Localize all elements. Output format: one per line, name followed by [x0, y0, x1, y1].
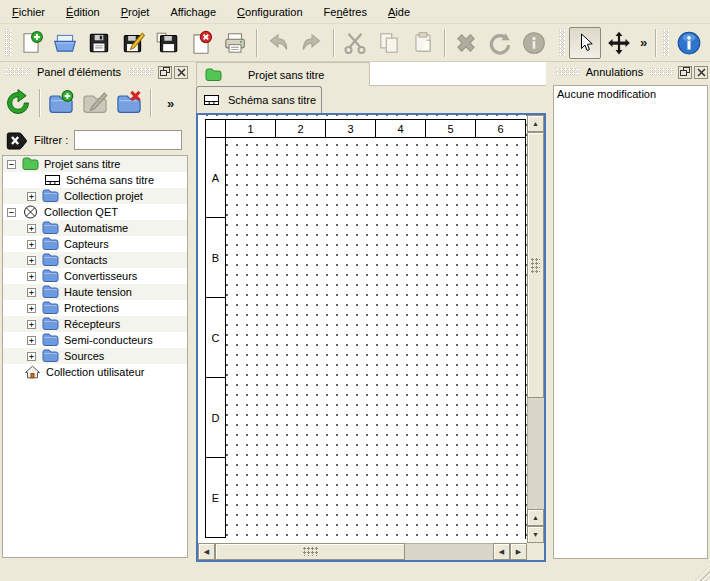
open-document-button[interactable]	[49, 27, 81, 59]
tab-schema-sans-titre[interactable]: Schéma sans titre	[196, 86, 322, 113]
collapse-expander-icon[interactable]: −	[7, 160, 16, 169]
expand-expander-icon[interactable]: +	[27, 288, 36, 297]
horizontal-scrollbar[interactable]: ◀ ◀ ▶	[198, 543, 527, 560]
tree-item-collection-utilisateur[interactable]: Collection utilisateur	[3, 364, 187, 380]
more-tools-chevron[interactable]: »	[636, 35, 651, 50]
scroll-up-button-bottom[interactable]: ▲	[527, 509, 544, 526]
print-button[interactable]	[219, 27, 251, 59]
expand-expander-icon[interactable]: +	[27, 224, 36, 233]
undo-button[interactable]	[262, 27, 294, 59]
expand-expander-icon[interactable]: +	[27, 256, 36, 265]
toolbar-drag-handle[interactable]	[663, 29, 669, 57]
save-button[interactable]	[83, 27, 115, 59]
tree-item-contacts[interactable]: + Contacts	[3, 252, 187, 268]
column-header-row: 1 2 3 4 5 6	[205, 119, 526, 138]
copy-button[interactable]	[373, 27, 405, 59]
more-collection-buttons-chevron[interactable]: »	[163, 96, 178, 111]
undo-icon	[265, 30, 291, 56]
undo-panel-titlebar[interactable]: Annulations	[551, 62, 710, 82]
select-mode-button[interactable]	[569, 27, 601, 59]
menu-configuration[interactable]: Configuration	[229, 3, 310, 21]
reload-collections-button[interactable]	[2, 87, 34, 119]
float-panel-button[interactable]	[158, 66, 172, 79]
expand-expander-icon[interactable]: +	[27, 272, 36, 281]
cut-button[interactable]	[339, 27, 371, 59]
expand-expander-icon[interactable]: +	[27, 304, 36, 313]
tab-projet-sans-titre[interactable]: Projet sans titre	[196, 62, 370, 86]
save-as-button[interactable]	[117, 27, 149, 59]
undo-history-list[interactable]: Aucune modification	[553, 85, 708, 559]
redo-button[interactable]	[296, 27, 328, 59]
info-button[interactable]	[518, 27, 550, 59]
scroll-down-button[interactable]: ▼	[527, 526, 544, 543]
menu-affichage[interactable]: Affichage	[162, 3, 224, 21]
menu-edition[interactable]: Édition	[58, 3, 108, 21]
clear-filter-icon[interactable]	[6, 131, 28, 150]
new-document-button[interactable]	[15, 27, 47, 59]
expand-expander-icon[interactable]: +	[27, 192, 36, 201]
delete-button[interactable]	[450, 27, 482, 59]
tree-item-haute-tension[interactable]: + Haute tension	[3, 284, 187, 300]
tree-item-convertisseurs[interactable]: + Convertisseurs	[3, 268, 187, 284]
move-mode-button[interactable]	[603, 27, 635, 59]
new-category-button[interactable]	[45, 87, 77, 119]
schema-viewport[interactable]: 1 2 3 4 5 6 A B C D E	[198, 115, 527, 543]
close-panel-button[interactable]	[174, 66, 188, 79]
save-all-button[interactable]	[151, 27, 183, 59]
tree-item-recepteurs[interactable]: + Récepteurs	[3, 316, 187, 332]
paste-button[interactable]	[407, 27, 439, 59]
menu-fichier[interactable]: Fichier	[4, 3, 53, 21]
toolbar-drag-handle[interactable]	[559, 29, 565, 57]
tree-item-collection-qet[interactable]: − Collection QET	[3, 204, 187, 220]
horizontal-scrollbar-thumb[interactable]	[215, 543, 405, 560]
qelectrotech-window: { "glyphs": { "chevron": "»", "up": "▲",…	[0, 0, 710, 581]
float-icon	[160, 67, 170, 77]
close-panel-button[interactable]	[694, 66, 708, 79]
tree-item-capteurs[interactable]: + Capteurs	[3, 236, 187, 252]
menu-projet[interactable]: Projet	[113, 3, 158, 21]
scroll-left-button[interactable]: ◀	[198, 543, 215, 560]
menu-fenetres[interactable]: Fenêtres	[316, 3, 375, 21]
tree-item-sources[interactable]: + Sources	[3, 348, 187, 364]
tree-item-schema[interactable]: Schéma sans titre	[3, 172, 187, 188]
folder-icon	[42, 301, 59, 315]
scroll-left-button-right[interactable]: ◀	[493, 543, 510, 560]
expand-expander-icon[interactable]: +	[27, 352, 36, 361]
expand-expander-icon[interactable]: +	[27, 320, 36, 329]
tree-item-protections[interactable]: + Protections	[3, 300, 187, 316]
tree-item-collection-projet[interactable]: + Collection projet	[3, 188, 187, 204]
rotate-button[interactable]	[484, 27, 516, 59]
menu-aide[interactable]: Aide	[380, 3, 418, 21]
delete-category-icon	[115, 89, 143, 117]
row-header: D	[205, 377, 226, 458]
expand-expander-icon[interactable]: +	[27, 240, 36, 249]
collapse-expander-icon[interactable]: −	[7, 208, 16, 217]
scroll-right-button[interactable]: ▶	[510, 543, 527, 560]
toolbar-drag-handle[interactable]	[5, 29, 11, 57]
folder-icon	[42, 285, 59, 299]
close-document-button[interactable]	[185, 27, 217, 59]
tree-item-automatisme[interactable]: + Automatisme	[3, 220, 187, 236]
folder-icon	[42, 189, 59, 203]
about-button[interactable]	[673, 27, 705, 59]
more-buttons-chevron[interactable]: »	[706, 35, 710, 50]
toolbar-separator	[333, 29, 334, 57]
elements-panel-titlebar[interactable]: Panel d'éléments	[0, 62, 190, 82]
filter-row: Filtrer :	[2, 128, 188, 152]
elements-panel-title: Panel d'éléments	[35, 66, 123, 78]
schema-canvas[interactable]: 1 2 3 4 5 6 A B C D E ▲ ▲ ▼ ◀ ◀ ▶	[196, 113, 546, 562]
vertical-scrollbar-thumb[interactable]	[527, 132, 544, 398]
elements-tree: − Projet sans titre Schéma sans titre + …	[2, 155, 188, 558]
edit-category-button[interactable]	[79, 87, 111, 119]
tree-item-semi-conducteurs[interactable]: + Semi-conducteurs	[3, 332, 187, 348]
tree-item-project[interactable]: − Projet sans titre	[3, 156, 187, 172]
rotate-icon	[487, 30, 513, 56]
delete-category-button[interactable]	[113, 87, 145, 119]
float-panel-button[interactable]	[678, 66, 692, 79]
column-header: 1	[225, 119, 276, 138]
vertical-scrollbar[interactable]: ▲ ▲ ▼	[527, 115, 544, 543]
scroll-up-button[interactable]: ▲	[527, 115, 544, 132]
tree-item-label: Sources	[64, 350, 108, 362]
filter-input[interactable]	[74, 130, 182, 150]
expand-expander-icon[interactable]: +	[27, 336, 36, 345]
